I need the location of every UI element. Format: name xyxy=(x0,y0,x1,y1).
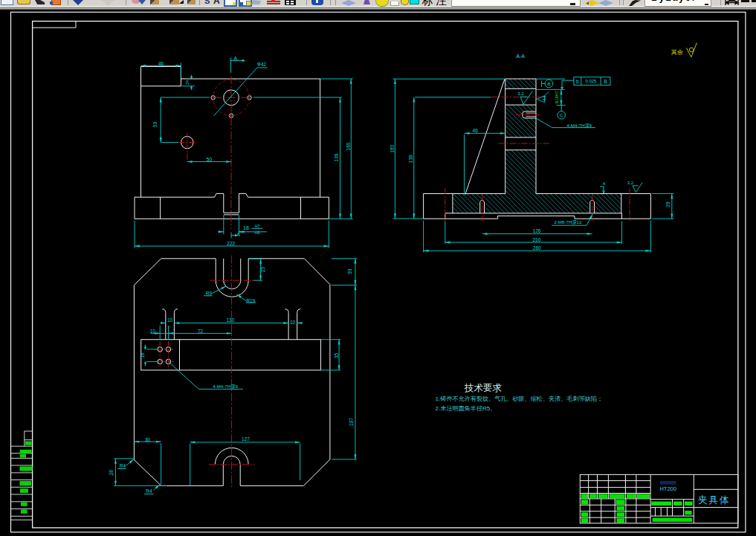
workspace-top-border xyxy=(0,7,756,10)
text-style-icon[interactable]: S xyxy=(204,0,212,5)
clipboard-paste-icon[interactable] xyxy=(51,0,61,5)
plan-dimensions xyxy=(114,259,357,494)
diamond-yellow-icon[interactable] xyxy=(584,0,599,6)
front-centerlines xyxy=(178,77,253,230)
toolbar-separator xyxy=(619,0,620,5)
sphere-blue-icon[interactable] xyxy=(311,0,323,5)
material-value: HT200 xyxy=(659,485,676,492)
zoom-pan-icon[interactable] xyxy=(187,0,196,4)
dim-46-section: 46 xyxy=(473,128,479,133)
dim-24-step: 24 xyxy=(185,80,190,85)
zoom-window-icon[interactable] xyxy=(150,0,159,4)
toolbar-separator xyxy=(199,0,200,5)
dim-r4-lower: R4 xyxy=(146,488,152,494)
roughness-bore: 3.2 xyxy=(517,91,524,96)
dim-50: 50 xyxy=(207,157,213,162)
section-cut-arrows xyxy=(235,59,245,237)
toolbar-separator xyxy=(720,0,721,5)
dim-35: 35 xyxy=(334,352,339,358)
datum-b-label: B xyxy=(547,82,550,86)
dim-10-holes: 10 xyxy=(150,329,156,334)
section-view xyxy=(393,43,697,253)
redo-disabled-icon[interactable] xyxy=(102,0,114,5)
dim-53: 53 xyxy=(152,122,158,128)
block-dialog-icon[interactable] xyxy=(239,0,252,7)
glyph-violet-icon[interactable] xyxy=(364,0,370,4)
zoom-flyout-caret-icon xyxy=(179,0,184,4)
dim-30: 30 xyxy=(145,437,151,442)
remark-qiyu: 其余 xyxy=(671,49,683,56)
dim-18-h7: H7 xyxy=(255,224,260,228)
plan-view xyxy=(114,256,357,494)
fcf-symbol: b xyxy=(576,79,579,84)
dim-4: 4 xyxy=(603,181,606,186)
dim-28: 28 xyxy=(109,470,114,476)
toolbar-separator xyxy=(68,0,68,5)
dim-18-m6: m6 xyxy=(254,230,259,235)
dropdown-caret-icon xyxy=(705,4,708,5)
sheet-frame xyxy=(11,12,746,532)
save-icon[interactable] xyxy=(35,0,45,4)
dim-126: 126 xyxy=(533,228,541,233)
drawing-canvas[interactable]: 4624535013916022218H7m6Φ42AA25R9R1910130… xyxy=(0,0,756,536)
toolbar-separator xyxy=(306,0,307,5)
section-title: A-A xyxy=(516,54,525,59)
linear-dimension-icon[interactable] xyxy=(725,0,739,5)
layer-dialog-icon[interactable] xyxy=(224,0,237,7)
coin-yellow-icon[interactable] xyxy=(401,0,409,5)
front-view xyxy=(135,58,353,248)
dim-r9: R9 xyxy=(206,291,213,296)
brush-icon[interactable] xyxy=(629,0,641,6)
toolbar-separator xyxy=(126,0,126,5)
dim-16: 16 xyxy=(140,352,145,358)
table-grid-icon[interactable] xyxy=(285,0,296,5)
dim-10-groove-left: 10 xyxy=(167,317,173,323)
letter-a-icon[interactable]: A xyxy=(213,0,222,5)
text-fragment xyxy=(752,0,756,2)
dim-160-section: 160 xyxy=(390,144,395,152)
toolbar-strip: 标注 ByLayer S A xyxy=(0,0,756,10)
dim-r19: R19 xyxy=(246,298,255,303)
dim-260: 260 xyxy=(533,245,541,251)
undo-icon[interactable] xyxy=(73,0,83,5)
toolbar-separator xyxy=(330,0,331,5)
zoom-dynamic-icon[interactable] xyxy=(169,0,179,4)
dim-18: 18 xyxy=(243,225,249,230)
frame-corner-cell xyxy=(33,22,76,28)
toolbar-annotation-label: 标注 xyxy=(422,0,449,8)
roughness-side: 3.2 xyxy=(543,95,546,100)
part-name: 夹具体 xyxy=(698,494,731,506)
stamp-icon[interactable] xyxy=(267,0,280,4)
dim-139-front: 139 xyxy=(334,153,339,161)
layer-combo-text: ByLayer xyxy=(651,0,697,3)
surface-finish-rest-icon xyxy=(687,43,697,57)
dim-197: 197 xyxy=(349,418,355,426)
section-mark-a-top: A xyxy=(233,56,237,61)
dim-46-front: 46 xyxy=(158,61,164,66)
tech-req-line1: 1.铸件不允许有裂纹、气孔、砂眼、缩松、夹渣、毛刺等缺陷； xyxy=(436,395,603,402)
dim-29: 29 xyxy=(665,201,671,207)
dim-210: 210 xyxy=(532,237,540,242)
style-combobox[interactable] xyxy=(451,0,581,7)
frame-box-icon[interactable] xyxy=(390,1,399,6)
wedge-3d-icon[interactable] xyxy=(251,0,261,4)
dim-25: 25 xyxy=(260,267,265,273)
layer-color-combobox[interactable]: ByLayer xyxy=(644,0,711,7)
plan-centerlines xyxy=(155,256,255,490)
datum-c-label: C xyxy=(560,113,563,117)
dim-127: 127 xyxy=(242,436,250,442)
dim-130: 130 xyxy=(226,317,234,323)
dim-72: 72 xyxy=(198,329,204,334)
toolbar-separator xyxy=(335,0,336,5)
open-folder-icon[interactable] xyxy=(17,0,30,4)
callout-4-m4-section: 4-M4-7H深9 xyxy=(566,123,592,129)
margin-table xyxy=(11,431,33,520)
toolbar-separator xyxy=(623,0,624,5)
roughness-base: 3.2 xyxy=(627,181,634,185)
dropdown-caret-icon xyxy=(570,3,575,5)
title-block-text-blobs xyxy=(581,494,693,522)
cyan-swatch-icon[interactable] xyxy=(410,0,419,4)
section-mark-a-bottom: A xyxy=(236,232,240,237)
dim-phi18h7: Φ18H7 xyxy=(555,91,559,104)
new-file-icon[interactable] xyxy=(1,0,13,5)
